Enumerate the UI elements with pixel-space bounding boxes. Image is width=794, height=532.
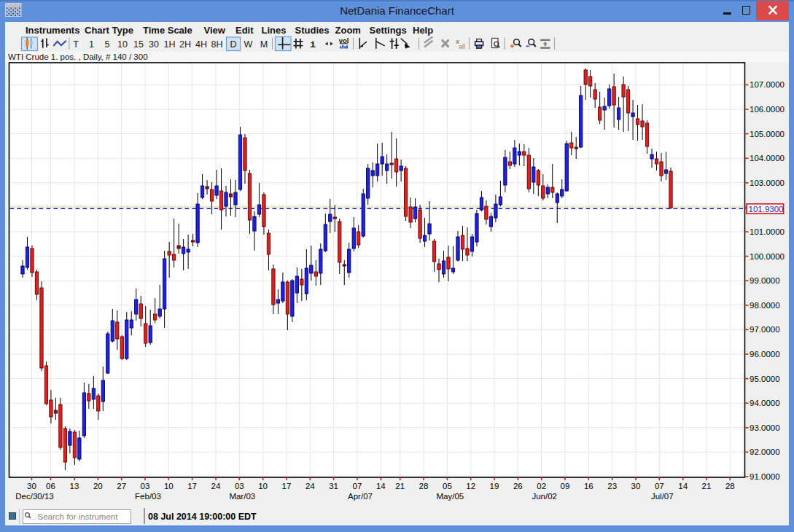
svg-text:15: 15 <box>133 39 144 50</box>
svg-text:i: i <box>310 39 316 50</box>
svg-text:14: 14 <box>678 482 688 490</box>
svg-text:91.0000: 91.0000 <box>750 472 780 481</box>
svg-text:Jul/07: Jul/07 <box>651 492 674 501</box>
svg-text:101.0000: 101.0000 <box>750 227 785 236</box>
svg-text:2H: 2H <box>179 39 191 50</box>
svg-text:1: 1 <box>89 39 94 50</box>
svg-text:13: 13 <box>70 482 79 490</box>
svg-text:all: all <box>459 43 465 50</box>
svg-text:10: 10 <box>258 482 268 490</box>
svg-text:103.0000: 103.0000 <box>750 179 785 187</box>
svg-text:05: 05 <box>443 482 452 490</box>
svg-text:99.0000: 99.0000 <box>750 276 780 285</box>
svg-text:100.0000: 100.0000 <box>750 252 785 261</box>
svg-text:24: 24 <box>305 482 315 490</box>
svg-text:12: 12 <box>466 482 475 490</box>
svg-text:31: 31 <box>329 482 338 490</box>
svg-text:20: 20 <box>93 482 103 490</box>
svg-text:105.0000: 105.0000 <box>750 130 785 138</box>
svg-text:98.0000: 98.0000 <box>750 301 780 310</box>
svg-text:19: 19 <box>490 482 499 490</box>
svg-text:17: 17 <box>187 482 197 490</box>
svg-text:16: 16 <box>584 482 593 490</box>
svg-text:106.0000: 106.0000 <box>750 105 785 114</box>
svg-text:1H: 1H <box>164 39 176 50</box>
svg-text:30: 30 <box>149 39 159 50</box>
svg-text:06: 06 <box>46 482 55 490</box>
svg-text:T: T <box>73 39 79 50</box>
svg-text:...: ... <box>31 515 36 521</box>
svg-text:21: 21 <box>702 482 712 490</box>
svg-text:vol: vol <box>339 36 349 44</box>
svg-text:M: M <box>260 39 268 50</box>
svg-text:03: 03 <box>141 482 150 490</box>
svg-text:D: D <box>230 39 236 50</box>
svg-text:4H: 4H <box>195 39 207 50</box>
svg-text:107.0000: 107.0000 <box>750 80 785 89</box>
svg-text:26: 26 <box>513 482 523 490</box>
svg-text:97.0000: 97.0000 <box>750 325 780 334</box>
svg-text:24: 24 <box>211 482 221 490</box>
svg-text:104.0000: 104.0000 <box>750 154 785 163</box>
svg-text:101.9300: 101.9300 <box>749 205 784 214</box>
svg-text:95.0000: 95.0000 <box>750 375 780 383</box>
svg-text:Feb/03: Feb/03 <box>135 492 161 501</box>
svg-text:30: 30 <box>631 482 641 490</box>
svg-text:14: 14 <box>376 482 386 490</box>
svg-text:17: 17 <box>282 482 292 490</box>
svg-text:92.0000: 92.0000 <box>750 447 780 456</box>
svg-text:5: 5 <box>105 39 110 50</box>
svg-text:94.0000: 94.0000 <box>750 399 780 407</box>
svg-text:10: 10 <box>164 482 174 490</box>
svg-text:03: 03 <box>235 482 244 490</box>
svg-text:93.0000: 93.0000 <box>750 423 780 432</box>
svg-text:Dec/30/13: Dec/30/13 <box>15 492 53 501</box>
svg-text:07: 07 <box>655 482 664 490</box>
svg-text:21: 21 <box>395 482 405 490</box>
svg-text:Apr/07: Apr/07 <box>348 492 373 501</box>
svg-text:30: 30 <box>27 482 36 490</box>
svg-text:27: 27 <box>117 482 126 490</box>
svg-text:96.0000: 96.0000 <box>750 350 780 359</box>
svg-text:07: 07 <box>353 482 362 490</box>
svg-text:May/05: May/05 <box>437 492 464 501</box>
svg-text:W: W <box>244 39 252 50</box>
svg-text:23: 23 <box>607 482 617 490</box>
svg-text:28: 28 <box>725 482 735 490</box>
svg-text:8H: 8H <box>211 39 223 50</box>
svg-text:Jun/02: Jun/02 <box>532 492 557 501</box>
svg-text:02: 02 <box>537 482 546 490</box>
svg-text:10: 10 <box>117 39 128 50</box>
svg-text:09: 09 <box>561 482 570 490</box>
svg-text:28: 28 <box>419 482 429 490</box>
svg-text:Mar/03: Mar/03 <box>229 492 255 501</box>
